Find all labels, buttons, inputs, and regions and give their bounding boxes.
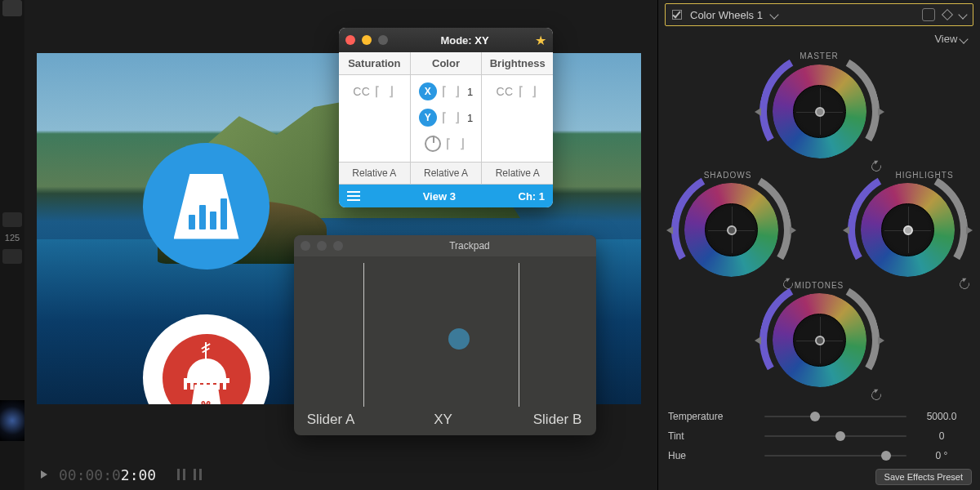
trackpad-surface[interactable] <box>294 256 596 412</box>
param-value[interactable]: 0 ° <box>913 450 970 461</box>
nudge-left-icon[interactable] <box>755 336 761 345</box>
zoom-icon[interactable] <box>333 241 343 251</box>
left-sidebar: 125 <box>0 0 24 490</box>
close-icon[interactable] <box>345 35 355 45</box>
param-hue[interactable]: Hue 0 ° <box>668 446 970 466</box>
param-label: Hue <box>668 450 758 461</box>
nudge-right-icon[interactable] <box>966 226 973 234</box>
nudge-left-icon[interactable] <box>843 226 849 234</box>
chevron-down-icon[interactable] <box>958 10 967 19</box>
column-color[interactable]: Color <box>411 52 483 75</box>
param-temperature[interactable]: Temperature 5000.0 <box>668 407 970 426</box>
nudge-right-icon[interactable] <box>878 108 884 116</box>
keyframe-icon[interactable] <box>942 9 953 20</box>
color-wheel-highlights[interactable] <box>861 183 955 277</box>
param-value[interactable]: 0 <box>913 430 970 442</box>
power-icon[interactable] <box>425 136 441 152</box>
slider-thumb[interactable] <box>881 451 891 461</box>
y-badge[interactable]: Y <box>419 109 437 127</box>
slider-track <box>764 435 906 437</box>
sidebar-count: 125 <box>0 233 24 243</box>
color-wheel-midtones[interactable] <box>773 293 866 387</box>
command-icon: ⌘ <box>200 399 212 405</box>
cc-label: CC <box>353 85 370 98</box>
timecode: 00:00:02:00 <box>59 466 156 483</box>
slider-track <box>764 455 906 457</box>
app-icon-midi <box>143 143 270 270</box>
selector-icon[interactable]: ⌈ ⌋ <box>519 84 539 99</box>
minimize-icon[interactable] <box>362 35 372 45</box>
zoom-icon[interactable] <box>378 35 388 45</box>
window-title: Mode: XY <box>394 34 535 47</box>
selector-icon[interactable]: ⌈ ⌋ <box>442 110 462 125</box>
sidebar-thumb[interactable] <box>2 0 22 16</box>
mode-color[interactable]: Relative A <box>411 163 483 185</box>
xy-label: XY <box>368 412 519 435</box>
minimize-icon[interactable] <box>317 241 327 251</box>
chevron-down-icon <box>959 34 968 43</box>
color-wheel-master[interactable] <box>773 65 866 158</box>
param-value[interactable]: 5000.0 <box>913 411 970 422</box>
star-icon[interactable]: ★ <box>535 33 546 48</box>
reset-icon[interactable] <box>871 390 882 401</box>
sidebar-clip-thumb[interactable] <box>0 400 24 441</box>
menu-icon[interactable] <box>347 191 360 201</box>
nudge-right-icon[interactable] <box>790 226 796 234</box>
slider-a-label: Slider A <box>294 412 368 435</box>
effect-header[interactable]: Color Wheels 1 <box>665 3 973 26</box>
selector-icon[interactable]: ⌈ ⌋ <box>442 84 462 99</box>
color-params: Temperature 5000.0 Tint 0 Hue 0 ° <box>668 407 970 466</box>
effect-title: Color Wheels 1 <box>690 9 763 21</box>
nudge-left-icon[interactable] <box>666 226 673 234</box>
slider-b-label: Slider B <box>519 412 596 435</box>
slider-thumb[interactable] <box>835 431 845 441</box>
selector-icon[interactable]: ⌈ ⌋ <box>375 84 395 99</box>
view-indicator[interactable]: View 3 <box>360 190 519 203</box>
slider-thumb[interactable] <box>810 412 820 421</box>
channel-indicator[interactable]: Ch: 1 <box>519 190 546 203</box>
save-effects-preset-button[interactable]: Save Effects Preset <box>875 469 972 485</box>
mode-brightness[interactable]: Relative A <box>482 163 553 185</box>
param-label: Temperature <box>668 411 758 422</box>
value-1: 1 <box>467 112 473 124</box>
status-bar: View 3 Ch: 1 <box>339 185 553 207</box>
column-saturation[interactable]: Saturation <box>339 52 411 75</box>
param-tint[interactable]: Tint 0 <box>668 426 970 446</box>
sidebar-item[interactable] <box>2 249 22 264</box>
value-1: 1 <box>467 86 473 98</box>
reset-icon[interactable] <box>871 161 882 172</box>
midi-mode-window: Mode: XY ★ Saturation Color Brightness C… <box>339 28 553 207</box>
mask-icon[interactable] <box>922 8 935 21</box>
window-titlebar[interactable]: Mode: XY ★ <box>339 28 553 52</box>
mode-saturation[interactable]: Relative A <box>339 163 411 185</box>
param-label: Tint <box>668 430 758 442</box>
trackpad-window: Trackpad Slider A XY Slider B <box>294 235 596 435</box>
column-brightness[interactable]: Brightness <box>482 52 553 75</box>
color-inspector: Color Wheels 1 View MASTER SHADOWS HIGHL… <box>657 0 980 490</box>
window-title: Trackpad <box>350 240 590 252</box>
play-icon[interactable] <box>41 470 47 479</box>
cc-label: CC <box>496 85 513 98</box>
divider <box>519 263 519 407</box>
saturation-cell: CC⌈ ⌋ <box>339 75 411 162</box>
audio-meters-icon <box>177 469 202 480</box>
enable-checkbox[interactable] <box>672 10 682 20</box>
divider <box>363 263 364 407</box>
chevron-down-icon[interactable] <box>769 10 778 19</box>
x-badge[interactable]: X <box>419 82 437 100</box>
nudge-left-icon[interactable] <box>755 108 761 116</box>
view-menu[interactable]: View <box>658 26 980 48</box>
transport-bar: 00:00:02:00 <box>41 466 202 483</box>
window-titlebar[interactable]: Trackpad <box>294 235 596 256</box>
color-cell: X⌈ ⌋1 Y⌈ ⌋1 ⌈ ⌋ <box>411 75 483 162</box>
close-icon[interactable] <box>301 241 310 251</box>
nudge-right-icon[interactable] <box>878 336 884 345</box>
sidebar-item[interactable] <box>2 212 22 227</box>
brightness-cell: CC⌈ ⌋ <box>482 75 553 162</box>
xy-cursor[interactable] <box>448 328 470 350</box>
color-wheel-shadows[interactable] <box>684 183 778 277</box>
slider-track <box>764 416 906 417</box>
selector-icon[interactable]: ⌈ ⌋ <box>446 136 466 151</box>
